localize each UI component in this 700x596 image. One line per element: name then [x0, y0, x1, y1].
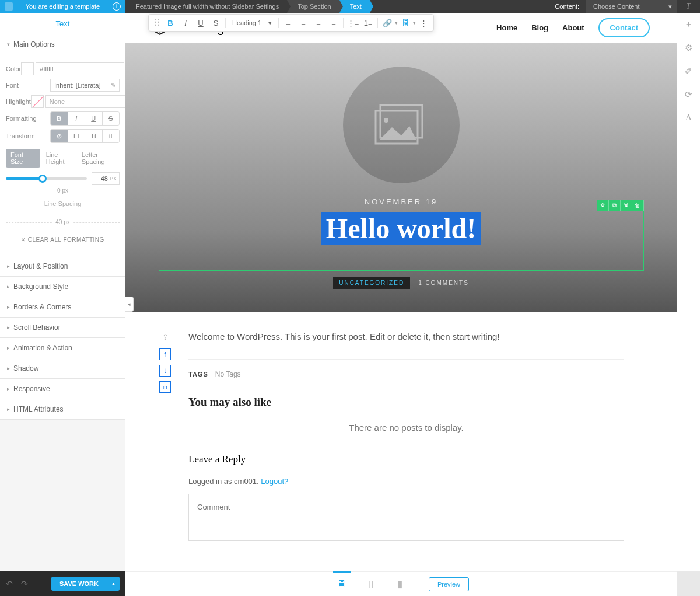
line-spacing-label: Line Spacing — [6, 200, 120, 207]
tb-italic[interactable]: I — [178, 15, 193, 30]
leave-reply-heading: Leave a Reply — [188, 454, 624, 465]
device-footer: 🖥 ▯ ▮ Preview — [125, 571, 677, 596]
panel-main-options[interactable]: ▾Main Options — [0, 34, 125, 54]
save-options-caret[interactable]: ▴ — [107, 577, 120, 591]
tb-align-center[interactable]: ≡ — [296, 15, 311, 30]
facebook-icon[interactable]: f — [159, 348, 171, 360]
device-tablet-icon[interactable]: ▯ — [362, 576, 380, 593]
sidebar-collapse-tab[interactable]: ◂ — [125, 297, 134, 312]
tb-dynamic[interactable]: 🗄 — [398, 15, 413, 30]
add-element-icon[interactable]: ＋ — [684, 19, 693, 30]
transform-label: Transform — [6, 133, 50, 140]
breadcrumb: Featured Image full width without Sideba… — [125, 0, 370, 13]
panel-scroll-behavior[interactable]: ▸Scroll Behavior — [0, 318, 125, 337]
thrive-icon[interactable]: T — [677, 2, 700, 11]
tb-list-ol[interactable]: 1≡ — [360, 15, 376, 30]
tb-align-justify[interactable]: ≡ — [326, 15, 341, 30]
strike-button[interactable]: S — [103, 112, 120, 125]
logged-in-text: Logged in as cm001. Logout? — [188, 477, 624, 486]
category-badge[interactable]: UNCATEGORIZED — [333, 277, 410, 289]
nav-about[interactable]: About — [562, 23, 584, 32]
panel-borders-corners[interactable]: ▸Borders & Corners — [0, 297, 125, 317]
transform-none-button[interactable]: ⊘ — [51, 130, 68, 142]
tb-align-right[interactable]: ≡ — [311, 15, 326, 30]
post-title[interactable]: Hello world! — [321, 212, 481, 245]
info-icon[interactable]: i — [113, 2, 121, 11]
settings-icon[interactable]: ⚙ — [685, 43, 692, 53]
undo-button[interactable]: ↶ — [6, 579, 13, 588]
highlight-input[interactable] — [46, 95, 125, 108]
highlight-label: Highlight — [6, 98, 31, 105]
transform-lower-button[interactable]: tt — [103, 130, 120, 142]
twitter-icon[interactable]: t — [159, 365, 171, 377]
nav-blog[interactable]: Blog — [531, 23, 548, 32]
topbar-template-info: You are editing a template i — [0, 0, 125, 13]
typography-icon[interactable]: A — [685, 113, 692, 123]
color-input[interactable] — [36, 62, 124, 75]
color-swatch[interactable] — [21, 62, 34, 75]
comment-textarea[interactable] — [188, 494, 624, 541]
breadcrumb-root[interactable]: Featured Image full width without Sideba… — [125, 0, 287, 13]
device-desktop-icon[interactable]: 🖥 — [333, 576, 351, 593]
properties-sidebar: Text ▾Main Options Color Font Inherit: [… — [0, 13, 125, 571]
selected-text-element[interactable]: ✥ ⧉ 🖫 🗑 Hello world! — [159, 211, 644, 271]
drag-handle-icon[interactable]: ⠿ — [151, 18, 163, 29]
formatting-label: Formatting — [6, 115, 50, 122]
panel-html-attributes[interactable]: ▸HTML Attributes — [0, 399, 125, 419]
duplicate-icon[interactable]: ⧉ — [609, 200, 621, 211]
italic-button[interactable]: I — [68, 112, 86, 125]
content-label: Content: — [548, 3, 586, 10]
tb-list-ul[interactable]: ⋮≡ — [345, 15, 360, 30]
refresh-icon[interactable]: ⟳ — [685, 89, 692, 100]
nav-contact-button[interactable]: Contact — [598, 18, 650, 37]
tb-bold[interactable]: B — [163, 15, 178, 30]
clear-formatting-button[interactable]: CLEAR ALL FORMATTING — [6, 232, 120, 248]
tb-strike[interactable]: S — [208, 15, 223, 30]
font-select[interactable]: Inherit: [Literata]✎ — [50, 79, 120, 92]
floating-text-toolbar: ⠿ B I U S Heading 1▾ ≡ ≡ ≡ ≡ ⋮≡ 1≡ 🔗 ▾ 🗄… — [148, 14, 434, 32]
preview-button[interactable]: Preview — [429, 577, 469, 591]
panel-background-style[interactable]: ▸Background Style — [0, 277, 125, 297]
editor-canvas: Your Logo Home Blog About Contact NOVEMB… — [125, 13, 677, 571]
panel-layout-position[interactable]: ▸Layout & Position — [0, 256, 125, 276]
transform-upper-button[interactable]: TT — [68, 130, 86, 142]
breadcrumb-section[interactable]: Top Section — [287, 0, 339, 13]
tb-align-left[interactable]: ≡ — [281, 15, 296, 30]
font-label: Font — [6, 82, 50, 89]
color-label: Color — [6, 65, 21, 72]
move-icon[interactable]: ✥ — [597, 200, 609, 211]
share-column: ⇪ f t in — [158, 332, 172, 543]
redo-button[interactable]: ↷ — [21, 579, 28, 588]
panel-shadow[interactable]: ▸Shadow — [0, 358, 125, 378]
tab-font-size[interactable]: Font Size — [6, 149, 40, 168]
panel-animation-action[interactable]: ▸Animation & Action — [0, 338, 125, 358]
save-element-icon[interactable]: 🖫 — [621, 200, 632, 211]
delete-icon[interactable]: 🗑 — [632, 200, 644, 211]
tab-line-height[interactable]: Line Height — [46, 149, 76, 168]
underline-button[interactable]: U — [85, 112, 103, 125]
content-dropdown[interactable]: Choose Content — [586, 0, 677, 13]
linkedin-icon[interactable]: in — [159, 381, 171, 393]
bold-button[interactable]: B — [51, 112, 68, 125]
font-size-value[interactable]: 48PX — [92, 172, 120, 185]
highlight-swatch[interactable] — [31, 95, 44, 108]
pencil-icon[interactable]: ✎ — [111, 82, 116, 89]
tb-underline[interactable]: U — [193, 15, 208, 30]
font-size-slider[interactable] — [6, 177, 87, 180]
tb-link[interactable]: 🔗 — [380, 15, 395, 30]
logout-link[interactable]: Logout? — [261, 477, 288, 486]
device-mobile-icon[interactable]: ▮ — [391, 576, 409, 593]
breadcrumb-element[interactable]: Text — [340, 0, 370, 13]
post-date: NOVEMBER 19 — [365, 197, 438, 206]
share-icon[interactable]: ⇪ — [162, 333, 169, 341]
image-placeholder-icon — [343, 67, 460, 183]
topbar: You are editing a template i Featured Im… — [0, 0, 700, 13]
nav-home[interactable]: Home — [496, 23, 517, 32]
transform-cap-button[interactable]: Tt — [85, 130, 103, 142]
tb-more[interactable]: ⋮ — [416, 15, 431, 30]
tab-letter-spacing[interactable]: Letter Spacing — [82, 149, 120, 168]
tb-heading-select[interactable]: Heading 1▾ — [228, 19, 276, 27]
save-work-button[interactable]: SAVE WORK — [51, 577, 107, 591]
style-icon[interactable]: ✐ — [685, 66, 692, 76]
panel-responsive[interactable]: ▸Responsive — [0, 379, 125, 399]
